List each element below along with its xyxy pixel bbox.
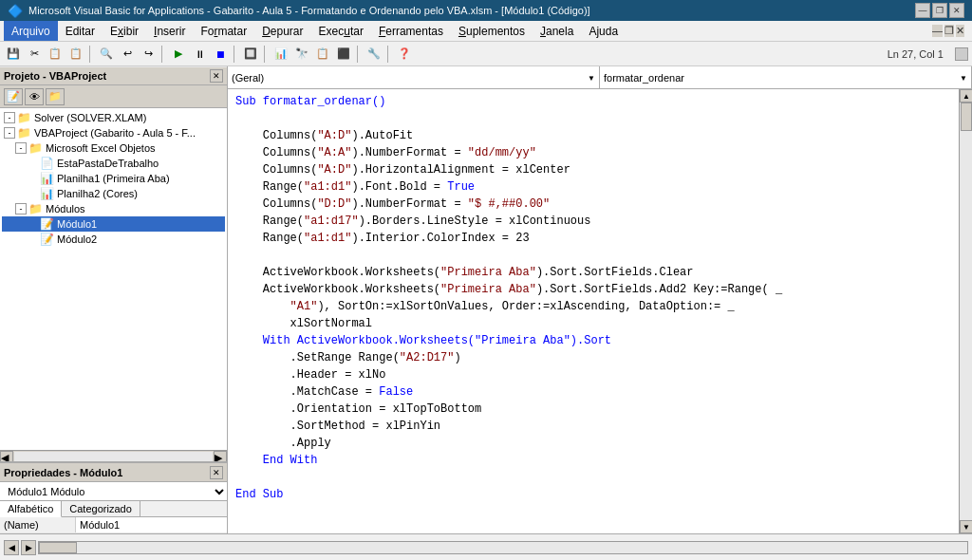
tb-locals-btn[interactable]: 📋 <box>313 45 332 64</box>
props-tab-cat[interactable]: Categorizado <box>62 501 140 516</box>
tree-scroll-right[interactable]: ▶ <box>214 451 227 462</box>
code-line: With ActiveWorkbook.Worksheets("Primeira… <box>235 332 951 349</box>
tree-item-excel-obj[interactable]: - 📁 Microsoft Excel Objetos <box>2 140 225 156</box>
app-icon: 🔷 <box>8 4 23 18</box>
menu-ferramentas[interactable]: Ferramentas <box>371 21 451 41</box>
tree-item-planilha2[interactable]: + 📊 Planilha2 (Cores) <box>2 186 225 201</box>
tb-watch-btn[interactable]: 🔭 <box>292 45 311 64</box>
tree-expand-vbaproject[interactable]: - <box>4 127 15 139</box>
properties-close-btn[interactable]: ✕ <box>210 466 223 479</box>
tb-userform-btn[interactable]: 🔲 <box>241 45 260 64</box>
tb-find-btn[interactable]: 🔍 <box>97 45 116 64</box>
tree-item-solver[interactable]: - 📁 Solver (SOLVER.XLAM) <box>2 110 225 125</box>
tb-cut-btn[interactable]: ✂ <box>25 45 44 64</box>
properties-dropdown[interactable]: Módulo1 Módulo <box>0 482 227 501</box>
menu-depurar[interactable]: Depurar <box>254 21 310 41</box>
tree-scroll-left[interactable]: ◀ <box>0 451 13 462</box>
scroll-track[interactable] <box>960 103 972 520</box>
menu-janela[interactable]: Janela <box>533 21 581 41</box>
menu-editar[interactable]: Editar <box>58 21 103 41</box>
menu-exibir[interactable]: Exibir <box>103 21 146 41</box>
menu-inserir[interactable]: Inserir <box>146 21 193 41</box>
tb-obj-btn[interactable]: 📊 <box>271 45 290 64</box>
scroll-thumb[interactable] <box>961 103 972 131</box>
tb-save-btn[interactable]: 💾 <box>4 45 23 64</box>
tree-expand-modulos[interactable]: - <box>15 203 27 215</box>
planilha1-label: Planilha1 (Primeira Aba) <box>57 173 170 184</box>
properties-tabs: Alfabético Categorizado <box>0 501 227 517</box>
menu-arquivo-label: Arquivo <box>11 25 50 38</box>
code-line: "A1"), SortOn:=xlSortOnValues, Order:=xl… <box>235 298 951 315</box>
menu-janela-label: Janela <box>540 25 573 38</box>
code-dropdown-right[interactable]: formatar_ordenar <box>600 66 971 88</box>
code-content[interactable]: Sub formatar_ordenar() Columns("A:D").Au… <box>228 89 959 533</box>
app-minimize-btn[interactable]: — <box>932 25 943 37</box>
tree-item-modulos[interactable]: - 📁 Módulos <box>2 201 225 216</box>
tb-redo-btn[interactable]: ↪ <box>139 45 158 64</box>
restore-button[interactable]: ❐ <box>932 3 947 18</box>
menu-ajuda[interactable]: Ajuda <box>581 21 626 41</box>
tb-pause-btn[interactable]: ⏸ <box>190 45 209 64</box>
menu-formatar-label: Formatar <box>200 25 247 38</box>
app-close-btn[interactable]: ✕ <box>956 25 964 37</box>
vbaproject-label: VBAProject (Gabarito - Aula 5 - F... <box>34 127 196 139</box>
menu-suplementos-label: Suplementos <box>458 25 525 38</box>
planilha1-icon: 📊 <box>40 172 54 185</box>
bottom-scroll-left-btn[interactable]: ◀ <box>4 540 19 555</box>
tb-tools-btn[interactable]: 🔧 <box>364 45 383 64</box>
tree-item-modulo2[interactable]: + 📝 Módulo2 <box>2 232 225 247</box>
tree-tb-btn3[interactable]: 📁 <box>46 88 65 105</box>
menu-executar[interactable]: Executar <box>311 21 371 41</box>
app-restore-btn[interactable]: ❐ <box>944 25 954 37</box>
code-line: Sub formatar_ordenar() <box>235 93 951 110</box>
modulo2-label: Módulo2 <box>57 233 97 245</box>
code-scrollbar-v[interactable]: ▲ ▼ <box>959 89 972 533</box>
excel-obj-icon: 📁 <box>28 141 43 155</box>
tb-undo-btn[interactable]: ↩ <box>118 45 137 64</box>
code-line: .Apply <box>235 435 951 452</box>
solver-label: Solver (SOLVER.XLAM) <box>34 112 146 123</box>
tb-help-btn[interactable]: ❓ <box>395 45 414 64</box>
project-panel-close-btn[interactable]: ✕ <box>210 69 223 83</box>
tree-expand-excel-obj[interactable]: - <box>15 142 27 154</box>
tb-copy-btn[interactable]: 📋 <box>46 45 65 64</box>
tree-expand-solver[interactable]: - <box>4 112 15 123</box>
bottom-scrollbar[interactable] <box>38 541 968 554</box>
tree-item-esta-pasta[interactable]: + 📄 EstaPastaDeTrabalho <box>2 156 225 171</box>
tree-scrollbar[interactable]: ◀ ▶ <box>0 450 227 461</box>
solver-icon: 📁 <box>17 111 31 124</box>
menu-executar-label: Executar <box>319 25 364 38</box>
close-button[interactable]: ✕ <box>949 3 964 18</box>
menu-arquivo[interactable]: Arquivo <box>4 21 58 41</box>
bottom-scroll-right-btn[interactable]: ▶ <box>21 540 36 555</box>
tree-tb-btn2[interactable]: 👁 <box>25 88 44 105</box>
minimize-button[interactable]: — <box>915 3 930 18</box>
tb-sep5 <box>357 46 361 63</box>
bottom-scroll-thumb[interactable] <box>39 542 77 553</box>
tree-item-modulo1[interactable]: + 📝 Módulo1 <box>2 216 225 232</box>
menu-formatar[interactable]: Formatar <box>193 21 254 41</box>
code-line: .Header = xlNo <box>235 366 951 383</box>
project-tree[interactable]: - 📁 Solver (SOLVER.XLAM) - 📁 VBAProject … <box>0 108 227 450</box>
tree-tb-btn1[interactable]: 📝 <box>4 88 23 105</box>
toolbar: 💾 ✂ 📋 📋 🔍 ↩ ↪ ▶ ⏸ ⏹ 🔲 📊 🔭 📋 ⬛ 🔧 ❓ Ln 27,… <box>0 42 972 66</box>
tb-stop-btn[interactable]: ⏹ <box>211 45 230 64</box>
props-val-name[interactable]: Módulo1 <box>76 517 227 532</box>
tree-item-planilha1[interactable]: + 📊 Planilha1 (Primeira Aba) <box>2 171 225 186</box>
tb-paste-btn[interactable]: 📋 <box>66 45 85 64</box>
tb-run-btn[interactable]: ▶ <box>169 45 188 64</box>
code-dropdown-left[interactable]: (Geral) <box>228 66 599 88</box>
code-line: Columns("A:A").NumberFormat = "dd/mm/yy" <box>235 144 951 161</box>
code-line: xlSortNormal <box>235 315 951 332</box>
tree-toolbar: 📝 👁 📁 <box>0 85 227 108</box>
props-tab-alfa[interactable]: Alfabético <box>0 501 62 517</box>
tb-immed-btn[interactable]: ⬛ <box>334 45 353 64</box>
tree-item-vbaproject[interactable]: - 📁 VBAProject (Gabarito - Aula 5 - F... <box>2 125 225 140</box>
toolbar-scrollbar[interactable] <box>955 47 968 61</box>
code-header: (Geral) formatar_ordenar <box>228 66 972 89</box>
menu-suplementos[interactable]: Suplementos <box>451 21 533 41</box>
code-line: Range("a1:d17").Borders.LineStyle = xlCo… <box>235 213 951 230</box>
scroll-down-btn[interactable]: ▼ <box>960 520 972 533</box>
code-line: ActiveWorkbook.Worksheets("Primeira Aba"… <box>235 281 951 298</box>
scroll-up-btn[interactable]: ▲ <box>960 89 972 103</box>
